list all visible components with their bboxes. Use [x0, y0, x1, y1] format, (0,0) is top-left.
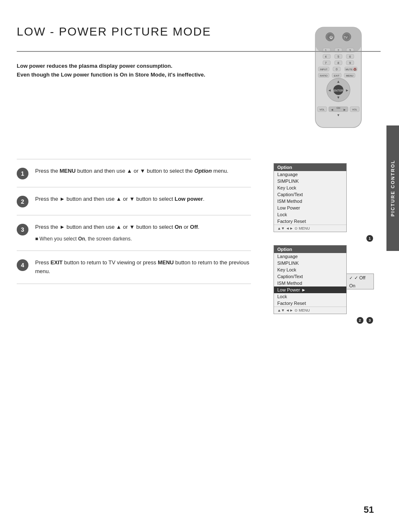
- menu-2-item-language: Language: [274, 253, 346, 260]
- step-1-circle: 1: [17, 168, 28, 179]
- menu-1-item-language: Language: [274, 171, 346, 178]
- svg-text:VOL: VOL: [320, 108, 325, 111]
- menu-2-with-sub: Option Language SIMPLINK Key Lock Captio…: [274, 245, 374, 314]
- menu-screenshots: Option Language SIMPLINK Key Lock Captio…: [274, 163, 374, 324]
- menu-1-item-factory: Factory Reset: [274, 218, 346, 225]
- page-title: LOW - POWER PICTURE MODE: [17, 25, 381, 38]
- menu-2-item-lock: Lock: [274, 293, 346, 300]
- badge-23-container: 2 3: [274, 316, 373, 324]
- side-label-text: PICTURE CONTROL: [390, 160, 395, 217]
- menu-2-item-caption: Caption/Text: [274, 273, 346, 280]
- submenu-box: ✓ Off On: [347, 274, 374, 289]
- menu-2-item-ism: ISM Method: [274, 280, 346, 286]
- step-3-text: Press the ► button and then use ▲ or ▼ b…: [35, 223, 200, 243]
- step-1: 1 Press the MENU button and then use ▲ o…: [17, 159, 251, 187]
- menu-2-item-factory: Factory Reset: [274, 300, 346, 307]
- menu-1-header: Option: [274, 164, 346, 171]
- step-badge-3: 3: [366, 317, 373, 324]
- step-badge-2: 2: [357, 317, 363, 324]
- badge-1-container: 1: [274, 234, 373, 242]
- menu-2-item-lowpower-highlighted: Low Power ►: [274, 286, 346, 293]
- menu-box-2: Option Language SIMPLINK Key Lock Captio…: [274, 245, 347, 314]
- menu-1-item-ism: ISM Method: [274, 198, 346, 205]
- menu-1-item-simplink: SIMPLINK: [274, 178, 346, 184]
- intro-text: Low power reduces the plasma display pow…: [17, 62, 226, 79]
- menu-1-item-lock: Lock: [274, 211, 346, 218]
- step-2-text: Press the ► button and then use ▲ or ▼ b…: [35, 195, 205, 204]
- menu-2-item-simplink: SIMPLINK: [274, 260, 346, 266]
- intro-line1: Low power reduces the plasma display pow…: [17, 63, 172, 69]
- menu-1-footer: ▲▼ ◄► ⊙ MENU: [274, 225, 346, 232]
- step-badge-1: 1: [366, 235, 373, 242]
- title-divider: [17, 51, 381, 52]
- menu-screenshot-2: Option Language SIMPLINK Key Lock Captio…: [274, 245, 374, 324]
- menu-2-footer: ▲▼ ◄► ⊙ MENU: [274, 307, 346, 314]
- side-label: PICTURE CONTROL: [386, 125, 399, 251]
- steps-section: 1 Press the MENU button and then use ▲ o…: [17, 159, 251, 284]
- menu-1-item-lowpower: Low Power: [274, 205, 346, 211]
- menu-1-item-keylock: Key Lock: [274, 184, 346, 191]
- svg-text:◄: ◄: [330, 108, 334, 112]
- svg-text:▼: ▼: [337, 95, 340, 100]
- step-3: 3 Press the ► button and then use ▲ or ▼…: [17, 215, 251, 251]
- svg-text:VOL: VOL: [352, 108, 358, 111]
- svg-text:▼: ▼: [337, 113, 340, 117]
- step-2: 2 Press the ► button and then use ▲ or ▼…: [17, 187, 251, 215]
- page-number: 51: [364, 504, 374, 515]
- step-1-text: Press the MENU button and then use ▲ or …: [35, 167, 228, 176]
- intro-line2: Even though the Low power function is On…: [17, 72, 205, 78]
- submenu-off: ✓ Off: [347, 274, 373, 282]
- menu-1-item-caption: Caption/Text: [274, 191, 346, 198]
- step-4-circle: 4: [17, 259, 28, 271]
- svg-text:CH: CH: [337, 107, 340, 109]
- step-3-circle: 3: [17, 224, 28, 235]
- step-2-circle: 2: [17, 196, 28, 207]
- menu-box-1: Option Language SIMPLINK Key Lock Captio…: [274, 163, 347, 232]
- submenu-on: On: [347, 282, 373, 289]
- step-4-text: Press EXIT button to return to TV viewin…: [35, 258, 251, 276]
- main-content: LOW - POWER PICTURE MODE Low power reduc…: [17, 25, 381, 92]
- menu-screenshot-1: Option Language SIMPLINK Key Lock Captio…: [274, 163, 374, 242]
- step-3-note: ■ When you select On, the screen darkens…: [35, 235, 200, 243]
- svg-text:►: ►: [343, 108, 346, 112]
- menu-2-header: Option: [274, 246, 346, 253]
- step-4: 4 Press EXIT button to return to TV view…: [17, 251, 251, 284]
- menu-2-item-keylock: Key Lock: [274, 266, 346, 273]
